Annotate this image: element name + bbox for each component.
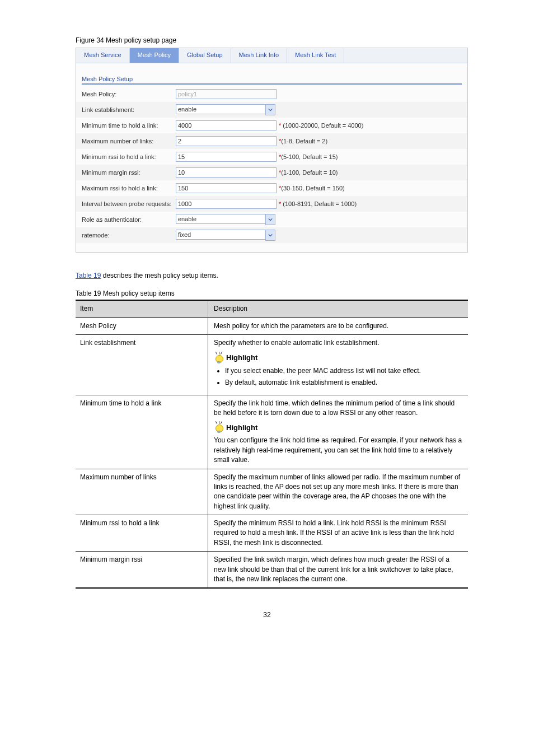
- mesh-policy-screenshot: Mesh ServiceMesh PolicyGlobal SetupMesh …: [76, 48, 468, 253]
- item-name-cell: Minimum rssi to hold a link: [76, 515, 208, 551]
- form-row: Minimum margin rssi:*(1-100, Default = 1…: [76, 165, 467, 180]
- form-row: ratemode:fixed: [76, 227, 467, 243]
- form-hint: *(1-8, Default = 2): [279, 138, 327, 144]
- table-row: Minimum rssi to hold a linkSpecify the m…: [76, 515, 468, 552]
- tab-mesh-link-info[interactable]: Mesh Link Info: [231, 48, 288, 63]
- form-input[interactable]: [176, 152, 277, 162]
- form-input: [176, 89, 277, 99]
- form-label: Maximum rssi to hold a link:: [82, 185, 176, 192]
- table-row: Mesh PolicyMesh policy for which the par…: [76, 318, 468, 335]
- item-desc-cell: Mesh policy for which the parameters are…: [208, 318, 468, 334]
- form-row: Link establishment:enable: [76, 102, 467, 118]
- highlight-heading: Highlight: [214, 421, 462, 435]
- lightbulb-icon: [214, 421, 224, 435]
- table-header-item: Item: [76, 301, 208, 317]
- item-name-cell: Minimum time to hold a link: [76, 395, 208, 469]
- form-input[interactable]: [176, 199, 277, 209]
- form-label: Link establishment:: [82, 106, 176, 113]
- form-row: Interval between probe requests:* (100-8…: [76, 196, 467, 212]
- item-desc-cell: Specify the maximum number of links allo…: [208, 469, 468, 515]
- bullet-item: By default, automatic link establishment…: [225, 378, 462, 388]
- item-desc-cell: Specify the link hold time, which define…: [208, 395, 468, 469]
- form-label: Interval between probe requests:: [82, 200, 176, 207]
- figure-caption: Figure 34 Mesh policy setup page: [76, 36, 534, 44]
- form-hint: *(30-150, Default = 150): [279, 185, 345, 192]
- form-select[interactable]: fixed: [176, 230, 275, 241]
- form-select[interactable]: enable: [176, 214, 275, 225]
- item-desc-cell: Specified the link switch margin, which …: [208, 552, 468, 587]
- chevron-down-icon[interactable]: [265, 214, 275, 225]
- table-ref-after: describes the mesh policy setup items.: [101, 272, 218, 279]
- form-row: Mesh Policy:: [76, 86, 467, 102]
- bullet-item: If you select enable, the peer MAC addre…: [225, 366, 462, 376]
- form-label: ratemode:: [82, 232, 176, 239]
- table-row: Link establishmentSpecify whether to ena…: [76, 335, 468, 395]
- tab-mesh-policy[interactable]: Mesh Policy: [130, 48, 179, 63]
- table-row: Minimum margin rssiSpecified the link sw…: [76, 552, 468, 587]
- select-value: enable: [176, 104, 265, 114]
- form-hint: *(5-100, Default = 15): [279, 153, 338, 160]
- item-name-cell: Link establishment: [76, 335, 208, 394]
- form-label: Role as authenticator:: [82, 216, 176, 223]
- form-select[interactable]: enable: [176, 104, 275, 115]
- form-label: Mesh Policy:: [82, 91, 176, 97]
- highlight-heading: Highlight: [214, 352, 462, 365]
- form-label: Minimum rssi to hold a link:: [82, 153, 176, 160]
- table-header-desc: Description: [208, 301, 468, 317]
- form-row: Minimum time to hold a link:* (1000-2000…: [76, 118, 467, 133]
- table-ref-link[interactable]: Table 19: [76, 272, 101, 279]
- table-row: Minimum time to hold a linkSpecify the l…: [76, 395, 468, 469]
- table-header-row: Item Description: [76, 301, 468, 318]
- item-desc-cell: Specify the minimum RSSI to hold a link.…: [208, 515, 468, 551]
- form-hint: * (1000-20000, Default = 4000): [279, 122, 363, 129]
- select-value: fixed: [176, 230, 265, 240]
- item-desc-cell: Specify whether to enable automatic link…: [208, 335, 468, 394]
- items-table: Item Description Mesh PolicyMesh policy …: [76, 300, 468, 589]
- item-name-cell: Maximum number of links: [76, 469, 208, 515]
- tab-mesh-service[interactable]: Mesh Service: [76, 48, 130, 63]
- table-row: Maximum number of linksSpecify the maxim…: [76, 469, 468, 516]
- form-row: Minimum rssi to hold a link:*(5-100, Def…: [76, 149, 467, 165]
- form-label: Minimum time to hold a link:: [82, 122, 176, 129]
- form-input[interactable]: [176, 136, 277, 146]
- page-number: 32: [0, 611, 534, 641]
- form-row: Maximum number of links:*(1-8, Default =…: [76, 133, 467, 149]
- tab-mesh-link-test[interactable]: Mesh Link Test: [287, 48, 344, 63]
- lightbulb-icon: [214, 352, 224, 365]
- form-label: Minimum margin rssi:: [82, 169, 176, 176]
- item-name-cell: Minimum margin rssi: [76, 552, 208, 587]
- section-title: Mesh Policy Setup: [82, 76, 462, 85]
- chevron-down-icon[interactable]: [265, 230, 275, 241]
- form-row: Maximum rssi to hold a link:*(30-150, De…: [76, 180, 467, 196]
- form-input[interactable]: [176, 167, 277, 178]
- chevron-down-icon[interactable]: [265, 104, 275, 115]
- table-caption: Table 19 Mesh policy setup items: [76, 290, 534, 297]
- form-input[interactable]: [176, 120, 277, 130]
- form-hint: * (100-8191, Default = 1000): [279, 200, 357, 207]
- select-value: enable: [176, 214, 265, 224]
- form-row: Role as authenticator:enable: [76, 212, 467, 227]
- highlight-bullets: If you select enable, the peer MAC addre…: [225, 366, 462, 388]
- tab-global-setup[interactable]: Global Setup: [179, 48, 231, 63]
- tab-bar: Mesh ServiceMesh PolicyGlobal SetupMesh …: [76, 48, 467, 63]
- form-hint: *(1-100, Default = 10): [279, 169, 338, 176]
- form-input[interactable]: [176, 183, 277, 193]
- form-label: Maximum number of links:: [82, 138, 176, 144]
- item-name-cell: Mesh Policy: [76, 318, 208, 334]
